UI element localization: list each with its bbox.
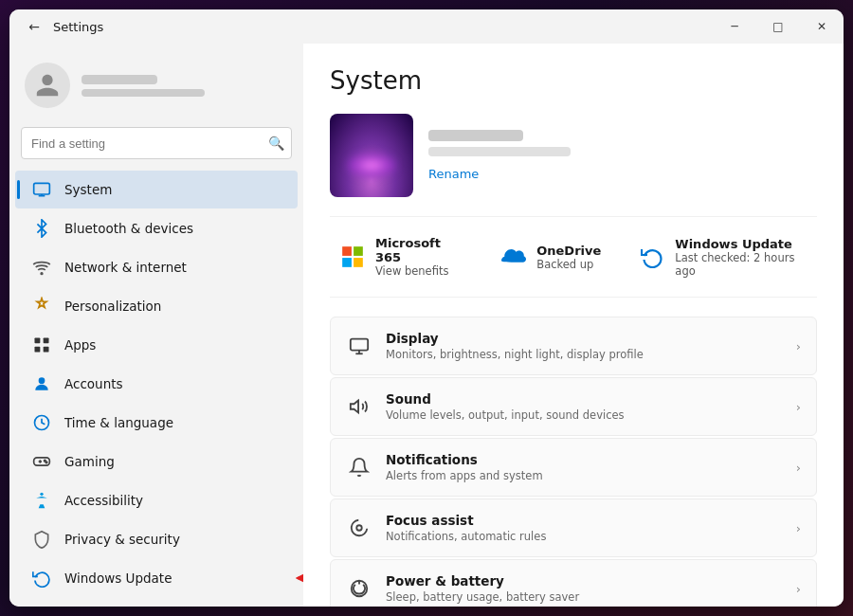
svg-point-15 [40,493,43,496]
display-icon [346,333,372,359]
sidebar-item-time-label: Time & language [64,415,173,430]
sidebar-item-personalization[interactable]: Personalization [15,287,298,325]
notifications-subtitle: Alerts from apps and system [386,469,783,482]
ms365-text: Microsoft 365 View benefits [375,236,463,278]
profile-email-bar [428,147,571,156]
svg-rect-4 [35,338,41,344]
sidebar-item-gaming[interactable]: Gaming [15,443,298,480]
quick-link-winupdate[interactable]: Windows Update Last checked: 2 hours ago [629,230,817,283]
settings-item-power[interactable]: Power & battery Sleep, battery usage, ba… [330,559,817,607]
profile-name-bar [428,130,523,141]
system-icon [30,178,53,201]
winupdate-ql-text: Windows Update Last checked: 2 hours ago [675,237,808,278]
personalization-icon [30,295,53,317]
svg-rect-18 [354,246,363,256]
sidebar-item-accounts-label: Accounts [64,376,123,391]
ms365-title: Microsoft 365 [375,236,463,264]
display-chevron: › [796,339,801,353]
accounts-icon [30,372,53,395]
sidebar-item-gaming-label: Gaming [64,454,115,469]
sidebar-item-windows-update[interactable]: Windows Update [15,559,298,597]
sound-title: Sound [386,391,783,407]
settings-item-display[interactable]: Display Monitors, brightness, night ligh… [330,317,817,375]
rename-link[interactable]: Rename [428,167,479,181]
sidebar-item-accessibility[interactable]: Accessibility [15,481,298,519]
back-button[interactable]: ← [21,13,47,40]
user-section [9,51,303,123]
power-title: Power & battery [386,573,783,589]
sidebar-item-apps[interactable]: Apps [15,326,298,364]
svg-rect-20 [354,258,363,267]
power-text: Power & battery Sleep, battery usage, ba… [386,573,783,604]
quick-link-onedrive[interactable]: OneDrive Backed up [491,230,610,283]
gaming-icon [30,450,53,473]
quick-links: Microsoft 365 View benefits OneDrive Bac… [330,216,817,298]
privacy-icon [30,528,53,551]
display-text: Display Monitors, brightness, night ligh… [386,331,783,361]
settings-item-focus[interactable]: Focus assist Notifications, automatic ru… [330,498,817,557]
focus-text: Focus assist Notifications, automatic ru… [386,513,783,543]
red-arrow-annotation [293,569,303,588]
focus-chevron: › [796,521,801,535]
svg-point-8 [39,377,45,384]
sidebar-item-windows-update-label: Windows Update [64,571,172,586]
apps-icon [30,334,53,356]
power-chevron: › [796,582,801,596]
winupdate-ql-subtitle: Last checked: 2 hours ago [675,251,808,278]
settings-item-sound[interactable]: Sound Volume levels, output, input, soun… [330,377,817,436]
svg-rect-5 [44,338,49,344]
titlebar: ← Settings ─ □ ✕ [9,9,844,44]
quick-link-ms365[interactable]: Microsoft 365 View benefits [330,230,472,283]
right-panel: System Rename [303,44,844,607]
search-icon[interactable]: 🔍 [268,136,284,151]
notifications-text: Notifications Alerts from apps and syste… [386,452,783,482]
sidebar-item-network-label: Network & internet [64,260,187,275]
svg-point-14 [45,462,47,463]
windows-update-icon [30,567,53,589]
close-button[interactable]: ✕ [800,9,844,44]
user-icon [34,72,61,99]
display-subtitle: Monitors, brightness, night light, displ… [386,348,783,361]
sound-subtitle: Volume levels, output, input, sound devi… [386,408,783,422]
page-title: System [330,66,817,95]
svg-rect-7 [44,347,49,353]
svg-point-3 [41,273,43,275]
sidebar-item-system-label: System [64,182,112,197]
window-title: Settings [53,20,103,34]
sound-icon [346,393,372,420]
onedrive-icon [500,244,527,270]
display-title: Display [386,331,783,346]
profile-details: Rename [428,130,817,182]
focus-title: Focus assist [386,513,783,528]
minimize-button[interactable]: ─ [713,9,756,44]
sidebar-item-privacy[interactable]: Privacy & security [15,520,298,558]
sidebar-item-bluetooth[interactable]: Bluetooth & devices [15,209,298,247]
user-email-bar [82,89,205,97]
focus-subtitle: Notifications, automatic rules [386,530,783,543]
winupdate-ql-title: Windows Update [675,237,808,251]
sidebar-item-network[interactable]: Network & internet [15,248,298,286]
sound-text: Sound Volume levels, output, input, soun… [386,391,783,422]
settings-window: ← Settings ─ □ ✕ [9,9,844,607]
sidebar-item-system[interactable]: System [15,171,298,208]
svg-rect-0 [34,183,50,194]
sidebar-item-time[interactable]: Time & language [15,404,298,442]
sidebar-item-personalization-label: Personalization [64,299,161,314]
maximize-button[interactable]: □ [756,9,800,44]
ms365-icon [339,244,366,270]
sidebar-item-accounts[interactable]: Accounts [15,365,298,403]
notifications-icon [346,454,372,480]
settings-item-notifications[interactable]: Notifications Alerts from apps and syste… [330,438,817,497]
notifications-chevron: › [796,461,801,475]
profile-image [330,114,413,197]
profile-card: Rename [330,114,817,197]
sidebar-nav: System Bluetooth & devices Network & int… [9,171,303,597]
search-input[interactable] [21,127,292,159]
notifications-title: Notifications [386,452,783,467]
svg-rect-6 [35,347,41,353]
network-icon [30,256,53,279]
profile-image-glow [348,154,395,177]
settings-list: Display Monitors, brightness, night ligh… [330,317,817,607]
window-controls: ─ □ ✕ [713,9,844,44]
svg-point-25 [356,525,362,531]
